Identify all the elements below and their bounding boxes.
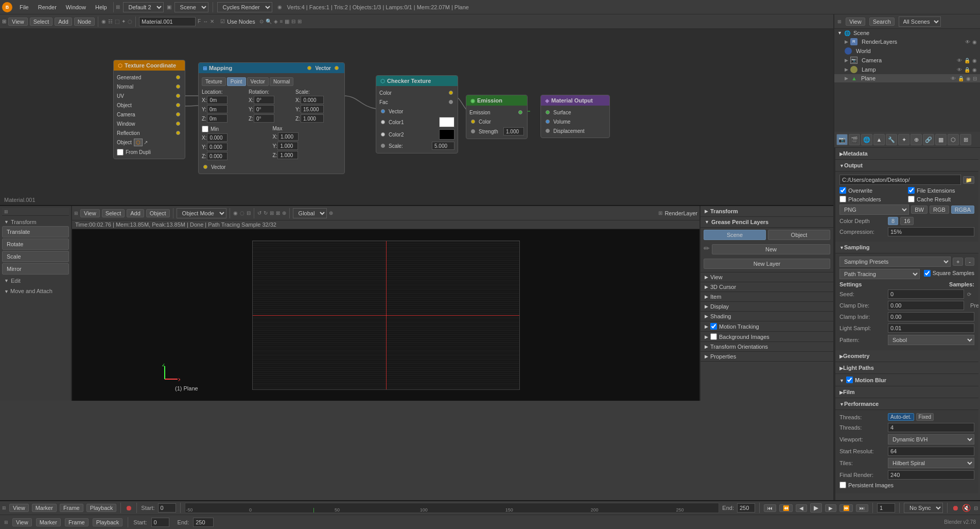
- scale-btn[interactable]: Scale: [2, 251, 69, 262]
- timeline-playback-btn[interactable]: Playback: [86, 504, 117, 512]
- gp-new-layer-btn[interactable]: New Layer: [704, 259, 830, 269]
- lightpaths-header[interactable]: Light Paths: [835, 362, 978, 374]
- play-btn[interactable]: ▶: [810, 503, 822, 513]
- outliner-search-btn[interactable]: Search: [869, 18, 895, 26]
- max-y[interactable]: [277, 142, 298, 150]
- seed-field[interactable]: [888, 289, 964, 299]
- rpt-texture[interactable]: ⊞: [960, 134, 971, 145]
- vp-view-btn[interactable]: View: [80, 209, 100, 217]
- min-y[interactable]: [207, 143, 227, 151]
- timeline-ruler[interactable]: -50 0 | 50 100 150 200 250: [185, 503, 720, 513]
- clamp-direct-field[interactable]: [888, 301, 964, 310]
- stop-btn[interactable]: ⏺: [952, 504, 959, 512]
- method-selector[interactable]: Path Tracing: [839, 269, 920, 279]
- translate-btn[interactable]: Translate: [2, 226, 69, 237]
- loc-y[interactable]: [207, 105, 227, 113]
- prev-frame-btn[interactable]: ◀: [796, 504, 807, 512]
- presets-add[interactable]: +: [953, 258, 963, 266]
- vp-object-btn[interactable]: Object: [146, 209, 170, 217]
- outliner-scene-root[interactable]: ▼ 🌐 Scene: [834, 29, 980, 37]
- metadata-header[interactable]: Metadata: [835, 148, 978, 160]
- vp-add-btn[interactable]: Add: [127, 209, 144, 217]
- screen-selector[interactable]: Default 2: [123, 2, 164, 12]
- gp-3dcursor-section[interactable]: ▶ 3D Cursor: [701, 282, 833, 292]
- timeline-marker-btn[interactable]: Marker: [32, 504, 57, 512]
- lamp-eye[interactable]: 👁: [957, 67, 962, 73]
- checker-color2-swatch[interactable]: [439, 129, 454, 140]
- status-marker-btn[interactable]: Marker: [36, 518, 61, 526]
- depth16-btn[interactable]: 16: [900, 217, 914, 225]
- gp-bgimages-section[interactable]: ▶ Background Images: [701, 332, 833, 342]
- rgba-btn[interactable]: RGBA: [951, 206, 974, 214]
- mute-btn[interactable]: 🔇: [962, 504, 971, 512]
- start-frame-field[interactable]: [158, 503, 176, 513]
- checker-scale[interactable]: [432, 142, 454, 150]
- outliner-renderlayers[interactable]: ▶ R RenderLayers 👁 ◉: [834, 37, 980, 46]
- sync-selector[interactable]: No Sync: [904, 503, 943, 513]
- plane-shader[interactable]: ⊟: [973, 76, 977, 81]
- rpt-data[interactable]: ▦: [935, 134, 947, 145]
- rpt-modifier[interactable]: 🔧: [886, 134, 897, 145]
- rotate-btn[interactable]: Rotate: [2, 238, 69, 250]
- prev-key-btn[interactable]: ⏪: [779, 504, 793, 512]
- ne-view-btn[interactable]: View: [8, 18, 28, 26]
- gp-motiontrack-section[interactable]: ▶ Motion Tracking: [701, 321, 833, 332]
- timeline-view-btn[interactable]: View: [9, 504, 29, 512]
- final-render-field[interactable]: 240: [888, 470, 974, 480]
- viewport-bvh-selector[interactable]: Dynamic BVH: [888, 434, 974, 445]
- mapping-tab-texture[interactable]: Texture: [202, 77, 226, 86]
- status-frame-btn[interactable]: Frame: [65, 518, 89, 526]
- motionblur-header[interactable]: Motion Blur: [835, 374, 978, 386]
- current-frame-field[interactable]: [877, 503, 895, 513]
- pattern-selector[interactable]: Sobol: [888, 335, 974, 345]
- mapping-tab-point[interactable]: Point: [227, 77, 246, 86]
- fixed-btn[interactable]: Fixed: [916, 413, 934, 421]
- max-z[interactable]: [277, 151, 298, 159]
- bw-btn[interactable]: BW: [911, 206, 927, 214]
- output-path-field[interactable]: [839, 175, 961, 185]
- max-x[interactable]: [278, 132, 299, 141]
- tc-fromdupli-check[interactable]: [117, 149, 124, 156]
- mirror-btn[interactable]: Mirror: [2, 263, 69, 275]
- format-selector[interactable]: PNG: [839, 204, 909, 215]
- performance-header[interactable]: Performance: [835, 398, 978, 410]
- renderer-selector[interactable]: Cycles Render: [217, 2, 272, 12]
- placeholder-check[interactable]: [839, 196, 846, 202]
- gp-properties-section[interactable]: ▶ Properties: [701, 352, 833, 362]
- mapping-tab-normal[interactable]: Normal: [270, 77, 293, 86]
- jump-end-btn[interactable]: ⏭: [856, 504, 868, 512]
- outliner-scope-selector[interactable]: All Scenes: [899, 16, 941, 27]
- move-attach-btn[interactable]: ▼ Move and Attach: [2, 287, 69, 295]
- rl-eye[interactable]: 👁: [965, 39, 970, 45]
- rpt-object[interactable]: ▲: [873, 134, 885, 145]
- gp-new-btn[interactable]: New: [712, 244, 830, 254]
- min-check[interactable]: [202, 126, 208, 132]
- rpt-render[interactable]: 🎬: [849, 134, 860, 145]
- edit-header[interactable]: ▼ Edit: [2, 277, 69, 285]
- status-end-field[interactable]: [193, 518, 214, 527]
- menu-window[interactable]: Window: [62, 3, 90, 11]
- gp-object-tab[interactable]: Object: [768, 230, 830, 240]
- end-frame-field[interactable]: [737, 503, 755, 513]
- pivot-selector[interactable]: Global: [293, 208, 327, 218]
- gp-shading-section[interactable]: ▶ Shading: [701, 312, 833, 321]
- overwrite-check[interactable]: [839, 187, 846, 194]
- outliner-lamp[interactable]: ▶ Lamp 👁 🔒 ◉: [834, 65, 980, 74]
- seed-reset-icon[interactable]: ⟳: [967, 292, 971, 297]
- cam-render[interactable]: ◉: [972, 58, 977, 63]
- fileext-check[interactable]: [908, 187, 915, 194]
- status-playback-btn[interactable]: Playback: [93, 518, 123, 526]
- cache-check[interactable]: [908, 196, 915, 202]
- rpt-material[interactable]: ⬡: [948, 134, 959, 145]
- scale-y[interactable]: [301, 105, 324, 113]
- presets-selector[interactable]: Sampling Presets: [839, 257, 951, 267]
- rl-render[interactable]: ◉: [972, 39, 977, 45]
- status-view-btn[interactable]: View: [12, 518, 32, 526]
- tiles-selector[interactable]: Hilbert Spiral: [888, 458, 974, 468]
- rgb-btn[interactable]: RGB: [930, 206, 949, 214]
- film-header[interactable]: Film: [835, 386, 978, 398]
- tc-link-icon[interactable]: ↗: [144, 140, 148, 145]
- rot-z[interactable]: [254, 114, 274, 123]
- rpt-camera[interactable]: 📷: [836, 134, 848, 145]
- menu-file[interactable]: File: [15, 3, 33, 11]
